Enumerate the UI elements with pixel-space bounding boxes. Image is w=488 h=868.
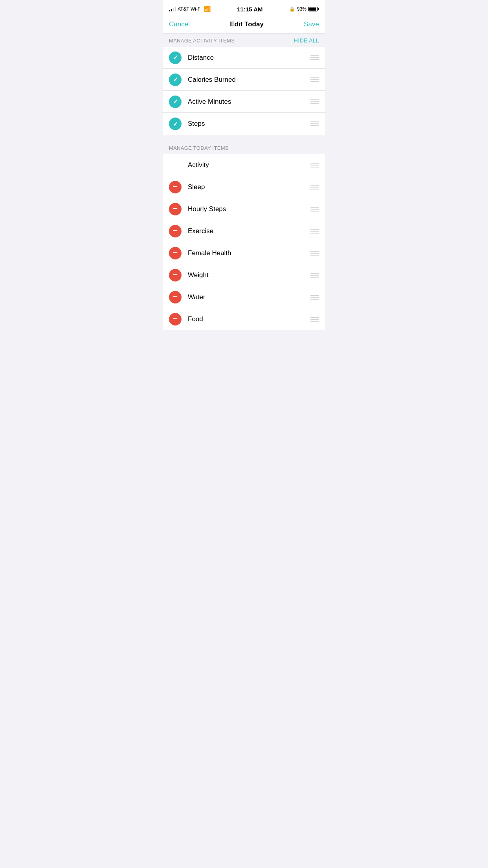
drag-handle-calories[interactable] <box>310 77 319 82</box>
list-item: − Water <box>163 286 325 308</box>
item-label-weight: Weight <box>188 271 310 279</box>
minus-icon-sleep[interactable]: − <box>169 181 182 193</box>
check-icon-calories[interactable]: ✓ <box>169 74 182 86</box>
list-item: ✓ Active Minutes <box>163 91 325 113</box>
list-item: Activity <box>163 154 325 176</box>
status-bar: AT&T Wi-Fi 📶 11:15 AM 🔒 93% <box>163 0 325 17</box>
minus-icon-food[interactable]: − <box>169 313 182 326</box>
status-time: 11:15 AM <box>237 6 262 13</box>
item-label-hourly-steps: Hourly Steps <box>188 205 310 213</box>
check-icon-distance[interactable]: ✓ <box>169 51 182 64</box>
item-label-water: Water <box>188 293 310 301</box>
save-button[interactable]: Save <box>304 20 319 28</box>
carrier-label: AT&T Wi-Fi <box>178 6 202 12</box>
no-icon-activity <box>169 159 182 171</box>
section-spacer <box>163 135 325 141</box>
status-left: AT&T Wi-Fi 📶 <box>169 6 211 12</box>
item-label-female-health: Female Health <box>188 249 310 257</box>
hide-all-button[interactable]: HIDE ALL <box>294 37 319 44</box>
status-right: 🔒 93% <box>289 6 319 12</box>
drag-handle-female-health[interactable] <box>310 251 319 256</box>
cancel-button[interactable]: Cancel <box>169 20 190 28</box>
drag-handle-active-minutes[interactable] <box>310 99 319 104</box>
activity-section-title: MANAGE ACTIVITY ITEMS <box>169 38 235 44</box>
item-label-exercise: Exercise <box>188 227 310 235</box>
list-item: ✓ Calories Burned <box>163 69 325 91</box>
list-item: − Exercise <box>163 220 325 242</box>
minus-icon-weight[interactable]: − <box>169 269 182 281</box>
drag-handle-exercise[interactable] <box>310 229 319 234</box>
drag-handle-activity[interactable] <box>310 163 319 167</box>
minus-icon-water[interactable]: − <box>169 291 182 303</box>
list-item: − Female Health <box>163 242 325 264</box>
today-section-title: MANAGE TODAY ITEMS <box>169 145 229 151</box>
drag-handle-sleep[interactable] <box>310 185 319 189</box>
list-item: − Weight <box>163 264 325 286</box>
list-item: − Food <box>163 308 325 330</box>
drag-handle-hourly-steps[interactable] <box>310 207 319 211</box>
page-title: Edit Today <box>230 20 264 28</box>
drag-handle-food[interactable] <box>310 317 319 322</box>
item-label-distance: Distance <box>188 54 310 62</box>
item-label-calories: Calories Burned <box>188 76 310 84</box>
item-label-food: Food <box>188 315 310 323</box>
item-label-active-minutes: Active Minutes <box>188 98 310 106</box>
activity-list: ✓ Distance ✓ Calories Burned ✓ Active Mi… <box>163 47 325 135</box>
check-icon-active-minutes[interactable]: ✓ <box>169 96 182 108</box>
battery-icon <box>308 7 319 11</box>
item-label-activity: Activity <box>188 161 310 169</box>
lock-rotation-icon: 🔒 <box>289 6 295 12</box>
list-item: − Hourly Steps <box>163 198 325 220</box>
item-label-steps: Steps <box>188 120 310 128</box>
item-label-sleep: Sleep <box>188 183 310 191</box>
drag-handle-water[interactable] <box>310 295 319 300</box>
drag-handle-steps[interactable] <box>310 121 319 126</box>
activity-section-header: MANAGE ACTIVITY ITEMS HIDE ALL <box>163 33 325 47</box>
battery-percent: 93% <box>297 6 306 12</box>
minus-icon-exercise[interactable]: − <box>169 225 182 237</box>
check-icon-steps[interactable]: ✓ <box>169 118 182 130</box>
list-item: ✓ Distance <box>163 47 325 69</box>
signal-bars-icon <box>169 7 176 11</box>
drag-handle-weight[interactable] <box>310 273 319 278</box>
wifi-icon: 📶 <box>204 6 211 12</box>
list-item: ✓ Steps <box>163 113 325 135</box>
list-item: − Sleep <box>163 176 325 198</box>
minus-icon-female-health[interactable]: − <box>169 247 182 259</box>
today-list: Activity − Sleep − Hourly Steps − <box>163 154 325 330</box>
drag-handle-distance[interactable] <box>310 55 319 60</box>
today-section-header: MANAGE TODAY ITEMS <box>163 141 325 154</box>
nav-bar: Cancel Edit Today Save <box>163 17 325 33</box>
minus-icon-hourly-steps[interactable]: − <box>169 203 182 215</box>
